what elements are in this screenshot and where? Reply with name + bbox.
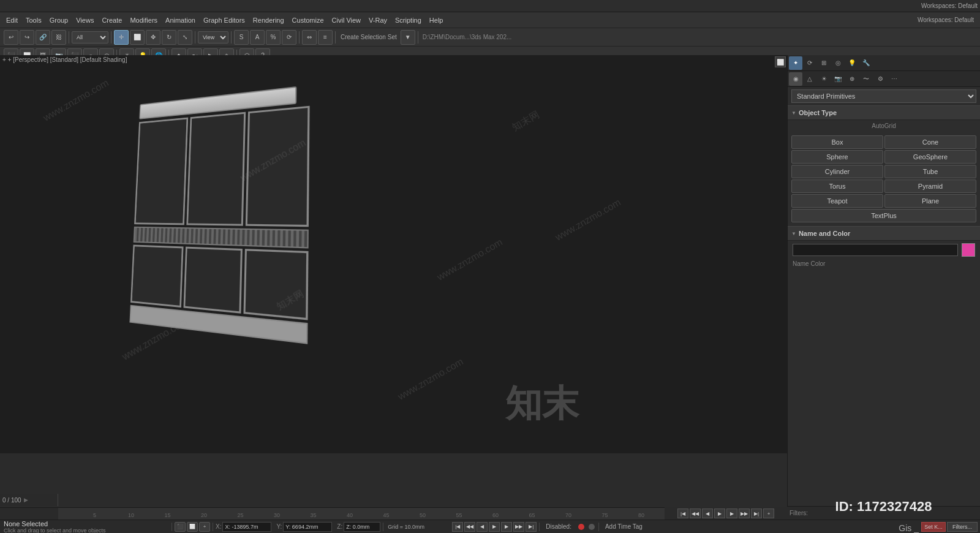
percent-snap-btn[interactable]: %	[266, 30, 281, 45]
viewport-corner-button[interactable]: ⬜	[775, 56, 786, 67]
spinner-btn[interactable]: ⟳	[282, 30, 296, 45]
prev-key-btn[interactable]: ◀◀	[690, 508, 701, 518]
rp-create-icon[interactable]: ✦	[789, 56, 802, 70]
menu-help[interactable]: Help	[426, 16, 447, 25]
rp-cameras-icon[interactable]: 📷	[831, 72, 845, 86]
object-type-section-header[interactable]: ▼ Object Type	[788, 105, 980, 120]
bottom-prev-key[interactable]: ◀◀	[464, 522, 475, 532]
name-input-field[interactable]	[793, 244, 958, 256]
icon-toolbar: ↩ ↪ 🔗 ⛓ All ✛ ⬜ ✥ ↻ ⤡ View S A % ⟳ ⇔ ≡ C…	[0, 28, 980, 47]
disabled-status: Disabled:	[540, 523, 598, 530]
name-color-section-header[interactable]: ▼ Name and Color	[788, 226, 980, 241]
rp-geometry-icon[interactable]: ◉	[789, 72, 802, 86]
ot-cone[interactable]: Cone	[884, 135, 976, 149]
scale-btn[interactable]: ⤡	[178, 30, 192, 45]
rp-spacewarps-icon[interactable]: 〜	[859, 72, 873, 86]
select-region-btn[interactable]: ⬜	[130, 30, 145, 45]
create-sel-dropdown[interactable]: ▼	[401, 30, 415, 45]
add-time-tag-area: Add Time Tag	[599, 523, 649, 530]
viewport[interactable]: + + [Perspective] [Standard] [Default Sh…	[0, 55, 787, 453]
color-swatch[interactable]	[962, 243, 975, 257]
rp-shape-icon[interactable]: △	[803, 72, 816, 86]
set-key-btn[interactable]: Set K...	[921, 522, 946, 532]
rp-modify-icon[interactable]: ⟳	[803, 56, 816, 70]
bottom-prev-start[interactable]: |◀	[452, 522, 463, 532]
menu-scripting[interactable]: Scripting	[391, 16, 425, 25]
rp-utilities-icon[interactable]: 🔧	[859, 56, 873, 70]
rp-motion-icon[interactable]: ◎	[831, 56, 845, 70]
y-value[interactable]: Y: 6694.2mm	[283, 522, 332, 532]
z-value[interactable]: Z: 0.0mm	[344, 522, 380, 532]
door-panel-1	[134, 118, 188, 225]
view-dropdown[interactable]: View	[198, 31, 228, 43]
ot-geosphere[interactable]: GeoSphere	[884, 150, 976, 164]
next-key-btn[interactable]: ▶▶	[739, 508, 750, 518]
prev-start-btn[interactable]: |◀	[677, 508, 688, 518]
align-btn[interactable]: ≡	[318, 30, 333, 45]
name-color-arrow: ▼	[791, 231, 796, 236]
ot-box[interactable]: Box	[791, 135, 883, 149]
add-key-btn[interactable]: +	[763, 508, 774, 518]
bottom-play[interactable]: ▶	[489, 522, 500, 532]
ot-tube[interactable]: Tube	[884, 165, 976, 178]
ot-teapot[interactable]: Teapot	[791, 194, 883, 208]
next-frame-btn[interactable]: ▶	[726, 508, 737, 518]
menu-customize[interactable]: Customize	[288, 16, 328, 25]
mini-btn-3[interactable]: +	[199, 522, 210, 532]
rotate-btn[interactable]: ↻	[162, 30, 176, 45]
menu-graph-editors[interactable]: Graph Editors	[200, 16, 249, 25]
layer-dropdown[interactable]: All	[72, 31, 108, 43]
menu-tools[interactable]: Tools	[22, 16, 45, 25]
redo-btn[interactable]: ↪	[20, 30, 34, 45]
bottom-next-key[interactable]: ▶▶	[513, 522, 524, 532]
angle-snap-btn[interactable]: A	[250, 30, 265, 45]
mini-btn-2[interactable]: ⬜	[187, 522, 198, 532]
mini-btn-1[interactable]: ⬛	[175, 522, 186, 532]
bottom-next-end[interactable]: ▶|	[526, 522, 537, 532]
menu-civil-view[interactable]: Civil View	[328, 16, 364, 25]
rp-helpers-icon[interactable]: ⊕	[845, 72, 859, 86]
menu-views[interactable]: Views	[72, 16, 97, 25]
rp-extra-icon[interactable]: ⋯	[888, 72, 901, 86]
unlink-btn[interactable]: ⛓	[51, 30, 66, 45]
bottom-prev-frame[interactable]: ◀	[477, 522, 488, 532]
menu-rendering[interactable]: Rendering	[249, 16, 288, 25]
move-btn[interactable]: ✥	[146, 30, 160, 45]
3d-door-object	[129, 85, 309, 344]
workspaces-label: Workspaces: Default	[918, 17, 979, 23]
bottom-next-frame[interactable]: ▶	[501, 522, 512, 532]
next-end-btn[interactable]: ▶|	[751, 508, 762, 518]
rp-systems-icon[interactable]: ⚙	[873, 72, 887, 86]
time-expand[interactable]: ▶	[24, 497, 28, 503]
tick-5: 5	[93, 512, 96, 518]
play-btn[interactable]: ▶	[714, 508, 725, 518]
menu-modifiers[interactable]: Modifiers	[126, 16, 161, 25]
menu-create[interactable]: Create	[98, 16, 126, 25]
menu-vray[interactable]: V-Ray	[365, 16, 391, 25]
mirror-btn[interactable]: ⇔	[302, 30, 317, 45]
name-color-title: Name and Color	[799, 230, 850, 237]
ot-torus[interactable]: Torus	[791, 180, 883, 193]
menu-group[interactable]: Group	[46, 16, 72, 25]
snap-btn[interactable]: S	[234, 30, 249, 45]
ot-textplus[interactable]: TextPlus	[791, 209, 976, 222]
x-value[interactable]: X: -13895.7m	[222, 522, 271, 532]
primitive-dropdown[interactable]: Standard Primitives	[791, 89, 976, 103]
filters-btn[interactable]: Filters...	[947, 522, 978, 532]
rp-display-icon[interactable]: 💡	[845, 56, 859, 70]
ot-pyramid[interactable]: Pyramid	[884, 180, 976, 193]
link-btn[interactable]: 🔗	[36, 30, 50, 45]
tick-15: 15	[164, 512, 170, 518]
grid-value: Grid = 10.0mm	[386, 522, 447, 532]
prev-frame-btn[interactable]: ◀	[702, 508, 713, 518]
menu-animation[interactable]: Animation	[162, 16, 199, 25]
ot-plane[interactable]: Plane	[884, 194, 976, 208]
ot-sphere[interactable]: Sphere	[791, 150, 883, 164]
rp-hierarchy-icon[interactable]: ⊞	[817, 56, 831, 70]
undo-btn[interactable]: ↩	[4, 30, 18, 45]
menu-edit[interactable]: Edit	[2, 16, 21, 25]
rp-lights-icon[interactable]: ☀	[817, 72, 831, 86]
time-slider[interactable]: 0 / 100 ▶	[0, 494, 58, 506]
select-btn[interactable]: ✛	[114, 30, 129, 45]
ot-cylinder[interactable]: Cylinder	[791, 165, 883, 178]
